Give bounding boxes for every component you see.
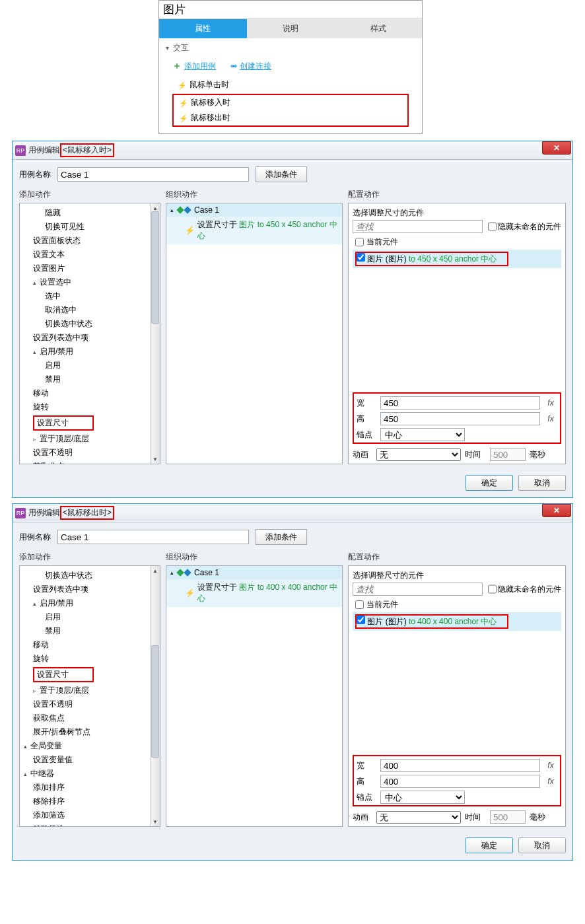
cancel-button[interactable]: 取消 xyxy=(518,475,566,491)
case-name-input[interactable] xyxy=(57,167,249,182)
diamond-icon xyxy=(176,206,184,213)
event-mouseleave[interactable]: ⚡鼠标移出时 xyxy=(174,110,407,125)
anchor-select[interactable]: 中心 xyxy=(380,428,465,441)
target-image[interactable]: 图片 (图片) to 450 x 450 anchor 中心 xyxy=(353,250,561,268)
add-case-link[interactable]: ＋ 添加用例 xyxy=(172,60,216,72)
hide-unnamed-option[interactable]: 隐藏未命名的元件 xyxy=(488,220,561,233)
tree-item[interactable]: 添加排序 xyxy=(21,781,149,795)
create-link-link[interactable]: ⥈ 创建连接 xyxy=(230,60,271,72)
time-input[interactable] xyxy=(490,810,526,824)
add-condition-button[interactable]: 添加条件 xyxy=(256,529,307,545)
fx-button[interactable]: fx xyxy=(544,398,557,408)
height-input[interactable] xyxy=(380,412,540,425)
tree-item[interactable]: 移动 xyxy=(21,638,149,652)
dialog-titlebar[interactable]: RP 用例编辑<鼠标移出时> ✕ xyxy=(13,504,572,522)
width-input[interactable] xyxy=(380,759,540,772)
case-row[interactable]: ▴ Case 1 xyxy=(166,203,342,217)
add-condition-button[interactable]: 添加条件 xyxy=(256,166,307,182)
close-button[interactable]: ✕ xyxy=(542,504,571,517)
scroll-down-icon[interactable]: ▼ xyxy=(151,817,160,826)
ok-button[interactable]: 确定 xyxy=(465,475,513,491)
fx-button[interactable]: fx xyxy=(544,777,557,786)
tree-item[interactable]: 切换选中状态 xyxy=(21,569,149,583)
current-checkbox[interactable] xyxy=(355,238,364,246)
search-input[interactable] xyxy=(353,220,483,233)
scroll-down-icon[interactable]: ▼ xyxy=(151,454,160,464)
target-image[interactable]: 图片 (图片) to 400 x 400 anchor 中心 xyxy=(353,612,561,631)
tree-item[interactable]: 取消选中 xyxy=(21,303,149,317)
tree-item-globals[interactable]: ▴全局变量 xyxy=(21,739,149,753)
case-name-input[interactable] xyxy=(57,530,249,544)
tree-item[interactable]: 设置文本 xyxy=(21,248,149,262)
tree-item[interactable]: 设置面板状态 xyxy=(21,234,149,248)
tree-item-enable[interactable]: ▴启用/禁用 xyxy=(21,596,149,610)
width-input[interactable] xyxy=(380,396,540,409)
tree-item-set-selected[interactable]: ▴设置选中 xyxy=(21,275,149,289)
tree-item[interactable]: 切换选中状态 xyxy=(21,317,149,331)
height-input[interactable] xyxy=(380,775,540,788)
tree-item[interactable]: 设置图片 xyxy=(21,262,149,275)
ok-button[interactable]: 确定 xyxy=(465,837,513,853)
tree-item[interactable]: 展开/折叠树节点 xyxy=(21,725,149,739)
tree-item[interactable]: 设置列表选中项 xyxy=(21,331,149,345)
action-row[interactable]: ⚡ 设置尺寸于 图片 to 450 x 450 anchor 中心 xyxy=(166,217,342,244)
anim-select[interactable]: 无 xyxy=(376,811,461,824)
cancel-button[interactable]: 取消 xyxy=(518,837,566,853)
dialog-titlebar[interactable]: RP 用例编辑<鼠标移入时> ✕ xyxy=(13,141,572,160)
interactions-section[interactable]: ▾ 交互 xyxy=(159,38,422,57)
close-button[interactable]: ✕ xyxy=(542,141,571,155)
tree-item[interactable]: 设置不透明 xyxy=(21,697,149,711)
tree-item-set-size[interactable]: 设置尺寸 xyxy=(21,666,149,684)
tree-item[interactable]: 移除排序 xyxy=(21,795,149,808)
image-checkbox[interactable] xyxy=(357,616,365,624)
image-checkbox[interactable] xyxy=(357,253,365,262)
search-input[interactable] xyxy=(353,583,483,596)
anchor-select[interactable]: 中心 xyxy=(380,791,465,804)
tree-item[interactable]: 旋转 xyxy=(21,400,149,414)
tree-item-enable[interactable]: ▴启用/禁用 xyxy=(21,345,149,359)
hide-unnamed-option[interactable]: 隐藏未命名的元件 xyxy=(488,583,561,596)
tree-item[interactable]: 禁用 xyxy=(21,373,149,386)
tree-item[interactable]: 启用 xyxy=(21,610,149,624)
target-current[interactable]: 当前元件 xyxy=(353,597,561,612)
scrollbar-thumb[interactable] xyxy=(151,211,159,324)
tree-item[interactable]: 添加筛选 xyxy=(21,808,149,822)
scrollbar[interactable]: ▲ ▼ xyxy=(150,566,160,826)
hide-unnamed-checkbox[interactable] xyxy=(488,220,497,233)
case-row[interactable]: ▴ Case 1 xyxy=(166,566,342,579)
tree-item-set-size[interactable]: 设置尺寸 xyxy=(21,414,149,432)
tab-style[interactable]: 样式 xyxy=(334,19,422,38)
action-row[interactable]: ⚡ 设置尺寸于 图片 to 400 x 400 anchor 中心 xyxy=(166,579,342,607)
tree-item[interactable]: 移除筛选 xyxy=(21,822,149,826)
tree-item[interactable]: 设置不透明 xyxy=(21,446,149,460)
tree-item[interactable]: 切换可见性 xyxy=(21,220,149,234)
tree-item[interactable]: 选中 xyxy=(21,289,149,303)
fx-button[interactable]: fx xyxy=(544,414,557,423)
tree-item[interactable]: 禁用 xyxy=(21,624,149,638)
tree-item[interactable]: 获取焦点 xyxy=(21,711,149,725)
event-click[interactable]: ⚡鼠标单击时 xyxy=(172,77,409,92)
current-checkbox[interactable] xyxy=(355,600,364,609)
tree-item[interactable]: 获取焦点 xyxy=(21,460,149,464)
tree-item[interactable]: 隐藏 xyxy=(21,206,149,220)
tree-item-bring[interactable]: ▹置于顶层/底层 xyxy=(21,684,149,697)
widget-name-input[interactable] xyxy=(159,1,422,19)
tree-item[interactable]: 设置变量值 xyxy=(21,753,149,767)
tree-item[interactable]: 旋转 xyxy=(21,652,149,666)
scroll-up-icon[interactable]: ▲ xyxy=(151,566,160,575)
tab-properties[interactable]: 属性 xyxy=(159,19,247,38)
tab-notes[interactable]: 说明 xyxy=(247,19,335,38)
event-mouseenter[interactable]: ⚡鼠标移入时 xyxy=(174,95,407,110)
tree-item[interactable]: 设置列表选中项 xyxy=(21,583,149,596)
tree-item[interactable]: 启用 xyxy=(21,359,149,373)
tree-item[interactable]: 移动 xyxy=(21,386,149,400)
hide-unnamed-checkbox[interactable] xyxy=(488,583,497,596)
target-current[interactable]: 当前元件 xyxy=(353,234,561,250)
tree-item-repeater[interactable]: ▴中继器 xyxy=(21,767,149,781)
scrollbar[interactable]: ▲ ▼ xyxy=(150,203,160,464)
time-input[interactable] xyxy=(490,448,526,461)
tree-item-bring[interactable]: ▹置于顶层/底层 xyxy=(21,432,149,446)
anim-select[interactable]: 无 xyxy=(376,448,461,461)
scrollbar-thumb[interactable] xyxy=(151,645,159,758)
fx-button[interactable]: fx xyxy=(544,761,557,770)
